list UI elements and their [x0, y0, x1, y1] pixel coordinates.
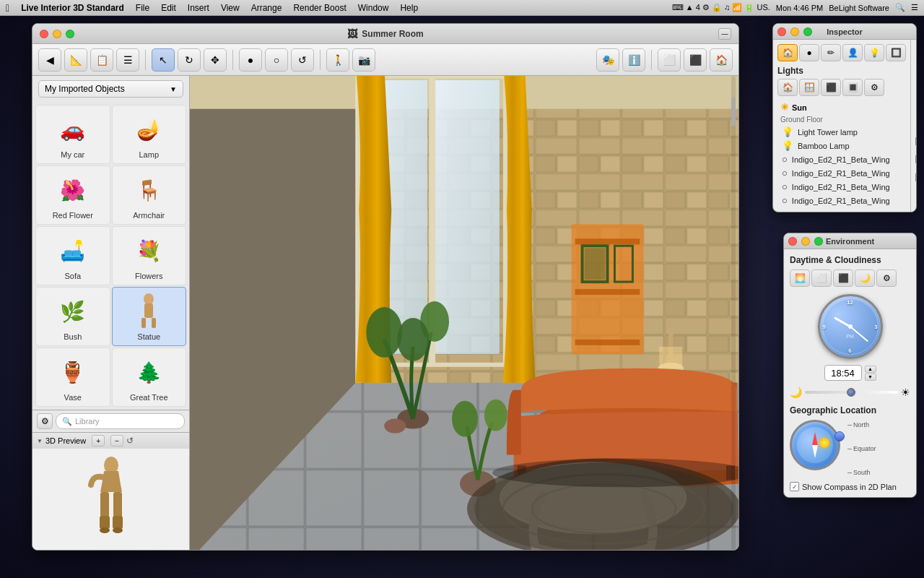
info-button[interactable]: ℹ️: [622, 48, 645, 72]
object-item-vase[interactable]: 🏺 Vase: [35, 348, 110, 407]
inspector-minimize-button[interactable]: [790, 27, 799, 36]
shape-oval-btn[interactable]: ○: [265, 48, 288, 72]
menu-edit[interactable]: Edit: [161, 3, 176, 13]
env-maximize-button[interactable]: [814, 237, 823, 246]
object-thumb-bush: 🌿: [50, 292, 96, 331]
light-item-1[interactable]: 💡 Light Tower lamp: [777, 125, 906, 139]
minimize-button[interactable]: [53, 30, 61, 38]
inspector-maximize-button[interactable]: [803, 27, 812, 36]
slider-thumb[interactable]: [847, 388, 855, 397]
view-2d-button[interactable]: ⬜: [658, 48, 681, 72]
object-item-great-tree[interactable]: 🌲 Great Tree: [112, 348, 187, 407]
env-day-btn[interactable]: ⬜: [811, 269, 832, 287]
compass[interactable]: [790, 420, 840, 470]
object-item-flowers[interactable]: 💐 Flowers: [112, 226, 187, 285]
light-item-5[interactable]: ○ Indigo_Ed2_R1_Beta_Wing: [777, 180, 906, 194]
time-increment-button[interactable]: ▲: [865, 366, 876, 373]
brightness-slider[interactable]: [805, 391, 898, 394]
search-input[interactable]: 🔍 Library: [56, 413, 185, 429]
rotate-tool[interactable]: ↻: [178, 48, 201, 72]
onoff-check-2[interactable]: [915, 155, 917, 164]
menu-window[interactable]: Window: [358, 3, 389, 13]
light-btn-1[interactable]: 🏠: [777, 79, 798, 96]
show-compass-checkbox[interactable]: ✓: [790, 482, 799, 491]
window-content: My Imported Objects ▼ 🚗 My car 🪔 Lamp 🌺 …: [32, 76, 738, 550]
inspector-lights-tab[interactable]: 🏠: [777, 44, 798, 61]
scrollbar-thumb[interactable]: [731, 98, 736, 126]
camera-tool[interactable]: 📷: [352, 48, 375, 72]
objects-dropdown[interactable]: My Imported Objects ▼: [38, 80, 183, 98]
inspector-bulb-tab[interactable]: 💡: [864, 44, 884, 61]
object-label-lamp: Lamp: [139, 150, 159, 159]
menu-list-icon[interactable]: ☰: [911, 3, 918, 12]
onoff-check-3[interactable]: [915, 173, 917, 182]
floor-list-button[interactable]: 📋: [90, 48, 113, 72]
object-item-bush[interactable]: 🌿 Bush: [35, 287, 110, 346]
floor-plan-button[interactable]: 📐: [64, 48, 87, 72]
menu-render[interactable]: Render Boost: [293, 3, 346, 13]
scrollbar[interactable]: [731, 76, 736, 550]
light-item-3[interactable]: ○ Indigo_Ed2_R1_Beta_Wing: [777, 152, 906, 166]
preview-header[interactable]: ▼ 3D Preview + − ↺: [32, 433, 189, 449]
light-btn-4[interactable]: 🔳: [842, 79, 863, 96]
shape-rect-btn[interactable]: ↺: [291, 48, 314, 72]
menu-help[interactable]: Help: [400, 3, 418, 13]
back-button[interactable]: ◀: [38, 48, 61, 72]
clock-pm-label: PM: [846, 334, 854, 339]
menu-view[interactable]: View: [221, 3, 240, 13]
object-item-sofa[interactable]: 🛋️ Sofa: [35, 226, 110, 285]
svg-point-39: [384, 419, 406, 434]
env-sunrise-btn[interactable]: 🌅: [790, 269, 810, 287]
close-button[interactable]: [40, 30, 48, 38]
zoom-out-button[interactable]: −: [110, 435, 123, 447]
env-cloudy-btn[interactable]: ⬛: [833, 269, 853, 287]
inspector-pencil-tab[interactable]: ✏: [821, 44, 841, 61]
render-button[interactable]: 🎭: [596, 48, 619, 72]
gear-button[interactable]: ⚙: [37, 413, 53, 429]
refresh-icon[interactable]: ↺: [126, 436, 134, 446]
object-label-bush: Bush: [64, 332, 82, 341]
light-btn-5[interactable]: ⚙: [864, 79, 884, 96]
menu-file[interactable]: File: [136, 3, 149, 13]
light-item-2[interactable]: 💡 Bamboo Lamp: [777, 139, 906, 152]
light-name-3: Indigo_Ed2_R1_Beta_Wing: [792, 155, 890, 164]
inspector-close-button[interactable]: [777, 27, 786, 36]
inspector-more-tab[interactable]: 🔲: [886, 44, 906, 61]
inspector-sun-tab[interactable]: ●: [799, 44, 819, 61]
walk-tool[interactable]: 🚶: [326, 48, 349, 72]
menu-arrange[interactable]: Arrange: [251, 3, 282, 13]
app-name-menu[interactable]: Live Interior 3D Standard: [21, 3, 124, 13]
inspector-person-tab[interactable]: 👤: [842, 44, 863, 61]
view-mode-button[interactable]: ☰: [116, 48, 139, 72]
preview-content: [32, 449, 189, 550]
view-3d-button[interactable]: ⬛: [684, 48, 707, 72]
light-btn-3[interactable]: ⬛: [821, 79, 841, 96]
menu-search-icon[interactable]: 🔍: [895, 3, 905, 12]
window-zoom-button[interactable]: —: [718, 28, 731, 40]
object-item-my-car[interactable]: 🚗 My car: [35, 105, 110, 164]
env-close-button[interactable]: [788, 237, 797, 246]
time-decrement-button[interactable]: ▼: [865, 374, 876, 381]
maximize-button[interactable]: [66, 30, 74, 38]
move-tool[interactable]: ✥: [204, 48, 227, 72]
onoff-check-1[interactable]: [915, 137, 917, 146]
env-minimize-button[interactable]: [801, 237, 810, 246]
object-item-statue[interactable]: Statue: [112, 287, 187, 346]
shape-circle-btn[interactable]: ●: [239, 48, 262, 72]
object-item-armchair[interactable]: 🪑 Armchair: [112, 165, 187, 225]
svg-rect-36: [659, 347, 682, 368]
object-item-red-flower[interactable]: 🌺 Red Flower: [35, 165, 110, 225]
select-tool[interactable]: ↖: [152, 48, 175, 72]
env-night-btn[interactable]: 🌙: [855, 269, 875, 287]
time-hours-field[interactable]: 18 : 54: [824, 365, 862, 381]
zoom-in-button[interactable]: +: [92, 435, 105, 447]
object-item-lamp[interactable]: 🪔 Lamp: [112, 105, 187, 164]
light-item-6[interactable]: ○ Indigo_Ed2_R1_Beta_Wing: [777, 194, 906, 207]
env-settings-btn[interactable]: ⚙: [876, 269, 897, 287]
light-btn-2[interactable]: 🪟: [799, 79, 819, 96]
menu-insert[interactable]: Insert: [188, 3, 209, 13]
apple-menu[interactable]: : [6, 2, 9, 14]
lat-north-label: North: [853, 421, 869, 428]
light-item-4[interactable]: ○ Indigo_Ed2_R1_Beta_Wing: [777, 166, 906, 180]
home-button[interactable]: 🏠: [710, 48, 733, 72]
